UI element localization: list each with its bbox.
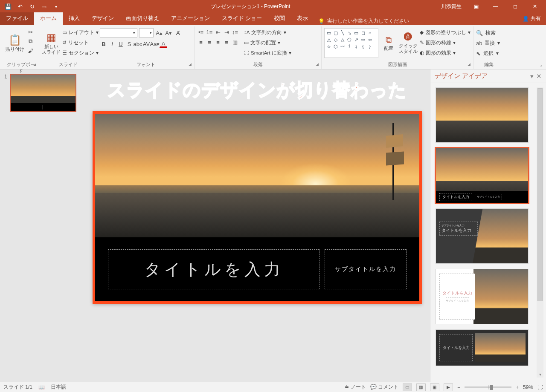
pane-menu-icon[interactable]: ▾ bbox=[530, 72, 534, 80]
zoom-slider[interactable] bbox=[465, 386, 511, 388]
tab-home[interactable]: ホーム bbox=[34, 12, 63, 25]
shape-fill-button[interactable]: ◆図形の塗りつぶし ▾ bbox=[420, 28, 470, 37]
align-left-icon[interactable]: ≡ bbox=[197, 38, 205, 46]
tab-review[interactable]: 校閲 bbox=[268, 12, 291, 25]
paste-button[interactable]: 📋 貼り付け bbox=[5, 28, 25, 58]
numbering-icon[interactable]: 1≡ bbox=[206, 28, 213, 36]
format-painter-icon[interactable]: 🖌 bbox=[26, 47, 34, 55]
inc-indent-icon[interactable]: ⇥ bbox=[223, 28, 230, 36]
comments-button[interactable]: 💬 コメント bbox=[370, 383, 398, 391]
group-paragraph-label: 段落 bbox=[253, 62, 263, 67]
cut-icon[interactable]: ✂ bbox=[26, 28, 34, 36]
shrink-font-icon[interactable]: A▾ bbox=[165, 29, 172, 37]
tab-insert[interactable]: 挿入 bbox=[63, 12, 86, 25]
line-spacing-icon[interactable]: ↕≡ bbox=[231, 28, 239, 36]
zoom-level[interactable]: 59% bbox=[523, 384, 533, 390]
undo-icon[interactable]: ↶ bbox=[15, 1, 26, 12]
select-button[interactable]: ⬉選択 ▾ bbox=[476, 49, 499, 58]
dialog-launcher-icon[interactable]: ◢ bbox=[33, 62, 36, 66]
scroll-down-icon[interactable]: ▾ bbox=[537, 371, 543, 378]
shadow-button[interactable]: S bbox=[125, 40, 133, 48]
redo-icon[interactable]: ↻ bbox=[26, 1, 38, 12]
start-from-beginning-icon[interactable]: ▭ bbox=[38, 1, 49, 12]
share-button[interactable]: 👤 共有 bbox=[517, 12, 546, 25]
replace-button[interactable]: ab置換 ▾ bbox=[476, 38, 500, 48]
align-center-icon[interactable]: ≡ bbox=[206, 38, 213, 46]
account-name[interactable]: 川添貴生 bbox=[437, 3, 466, 10]
title-placeholder[interactable]: タイトルを入力 bbox=[108, 249, 319, 289]
close-icon[interactable]: ✕ bbox=[526, 0, 544, 13]
dialog-launcher-icon[interactable]: ◢ bbox=[189, 62, 192, 66]
design-idea-5[interactable]: タイトルを入力 bbox=[436, 329, 529, 366]
font-name-combo[interactable]: ▾ bbox=[100, 28, 137, 37]
maximize-icon[interactable]: ◻ bbox=[506, 0, 525, 13]
font-color-icon[interactable]: A bbox=[160, 40, 167, 48]
slide-1[interactable]: タイトルを入力 サブタイトルを入力 bbox=[95, 114, 419, 301]
tab-transitions[interactable]: 画面切り替え bbox=[120, 12, 165, 25]
pane-scrollbar[interactable]: ▾ bbox=[537, 87, 543, 378]
change-case-icon[interactable]: Aa▾ bbox=[151, 40, 159, 48]
columns-icon[interactable]: ▥ bbox=[231, 38, 239, 46]
lightbulb-icon: 💡 bbox=[318, 18, 325, 24]
grow-font-icon[interactable]: A▴ bbox=[155, 29, 163, 37]
slideshow-view-icon[interactable]: ▶ bbox=[444, 383, 453, 391]
justify-icon[interactable]: ≡ bbox=[223, 38, 230, 46]
tab-design[interactable]: デザイン bbox=[86, 12, 120, 25]
arrange-button[interactable]: ⧉ 配置 bbox=[380, 28, 396, 58]
design-idea-1[interactable] bbox=[436, 87, 529, 143]
find-button[interactable]: 🔍検索 bbox=[476, 28, 496, 37]
save-icon[interactable]: 💾 bbox=[3, 1, 14, 12]
slide-counter[interactable]: スライド 1/1 bbox=[3, 383, 32, 391]
notes-button[interactable]: ≐ ノート bbox=[345, 383, 366, 391]
tell-me-search[interactable]: 💡 実行したい作業を入力してください bbox=[314, 17, 413, 25]
tab-slideshow[interactable]: スライド ショー bbox=[216, 12, 268, 25]
font-size-combo[interactable]: ▾ bbox=[139, 28, 154, 37]
dialog-launcher-icon[interactable]: ◢ bbox=[316, 62, 319, 66]
design-idea-4[interactable]: タイトルを入力サブタイトルを入力 bbox=[436, 269, 529, 324]
shape-outline-button[interactable]: ✎図形の枠線 ▾ bbox=[420, 38, 470, 47]
align-text-button[interactable]: ▭文字の配置 ▾ bbox=[244, 38, 291, 47]
language-indicator[interactable]: 日本語 bbox=[51, 383, 66, 391]
bold-button[interactable]: B bbox=[100, 40, 107, 48]
char-spacing-icon[interactable]: AV bbox=[142, 40, 150, 48]
dec-indent-icon[interactable]: ⇤ bbox=[214, 28, 222, 36]
layout-button[interactable]: ▭レイアウト ▾ bbox=[62, 28, 99, 37]
smartart-button[interactable]: ⛶SmartArt に変換 ▾ bbox=[244, 49, 291, 57]
zoom-out-icon[interactable]: − bbox=[457, 384, 460, 390]
clear-format-icon[interactable]: A̸ bbox=[174, 29, 182, 37]
design-idea-3[interactable]: サブタイトルを入力タイトルを入力 bbox=[436, 208, 529, 264]
strike-button[interactable]: abc bbox=[134, 40, 142, 48]
bullets-icon[interactable]: •≡ bbox=[197, 28, 205, 36]
scrollbar-thumb[interactable] bbox=[537, 88, 543, 301]
align-right-icon[interactable]: ≡ bbox=[214, 38, 222, 46]
minimize-icon[interactable]: — bbox=[486, 0, 505, 13]
section-button[interactable]: ☰セクション ▾ bbox=[62, 49, 99, 57]
shapes-gallery[interactable]: ▭▢╲↘▭◻○△ ◇△⬠↗⇨⇦☆⬡ 〰⤴⤵{}⋯ bbox=[324, 28, 378, 58]
new-slide-button[interactable]: ▦ 新しい スライド bbox=[42, 28, 61, 58]
reading-view-icon[interactable]: ▣ bbox=[430, 383, 439, 391]
reset-button[interactable]: ↺リセット bbox=[62, 38, 99, 47]
design-idea-2[interactable]: タイトルを入力サブタイトルを入力 bbox=[436, 148, 529, 203]
normal-view-icon[interactable]: ▭ bbox=[403, 383, 412, 391]
ribbon-display-icon[interactable]: ▣ bbox=[467, 0, 485, 13]
tab-file[interactable]: ファイル bbox=[0, 12, 34, 25]
italic-button[interactable]: I bbox=[108, 40, 116, 48]
slide-thumbnail-1[interactable] bbox=[10, 74, 76, 112]
zoom-in-icon[interactable]: + bbox=[516, 384, 519, 390]
tab-animations[interactable]: アニメーション bbox=[165, 12, 216, 25]
dialog-launcher-icon[interactable]: ◢ bbox=[468, 62, 470, 66]
pane-close-icon[interactable]: ✕ bbox=[536, 72, 542, 80]
underline-button[interactable]: U bbox=[117, 40, 125, 48]
fit-to-window-icon[interactable]: ⛶ bbox=[537, 384, 543, 390]
spellcheck-icon[interactable]: 📖 bbox=[38, 384, 45, 390]
copy-icon[interactable]: ⧉ bbox=[26, 37, 34, 45]
sorter-view-icon[interactable]: ▦ bbox=[416, 383, 426, 391]
align-text-icon: ▭ bbox=[244, 40, 249, 46]
qat-more-icon[interactable]: ▾ bbox=[50, 1, 61, 12]
subtitle-placeholder[interactable]: サブタイトルを入力 bbox=[325, 249, 407, 289]
text-direction-button[interactable]: ↕A文字列の方向 ▾ bbox=[244, 28, 291, 37]
tab-view[interactable]: 表示 bbox=[291, 12, 314, 25]
collapse-ribbon-icon[interactable]: ˄ bbox=[540, 65, 543, 70]
quick-styles-button[interactable]: 🅐 クイック スタイル bbox=[398, 28, 418, 58]
shape-effects-button[interactable]: ◐図形の効果 ▾ bbox=[420, 49, 470, 57]
